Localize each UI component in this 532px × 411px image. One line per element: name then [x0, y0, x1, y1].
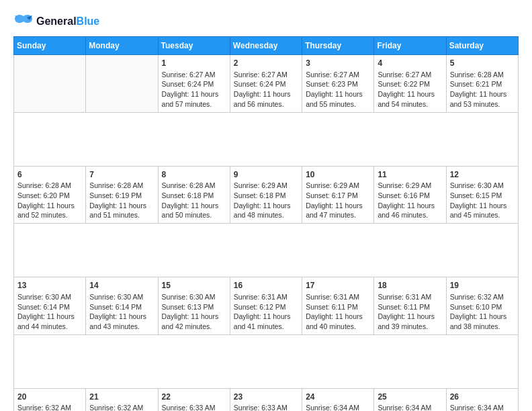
day-info-line: Daylight: 11 hours and 39 minutes.: [378, 312, 435, 330]
day-info-line: Daylight: 11 hours and 41 minutes.: [234, 312, 291, 330]
day-info-line: Sunrise: 6:27 AM: [378, 71, 431, 79]
calendar-cell: [86, 55, 158, 113]
day-info-line: Sunset: 6:20 PM: [17, 191, 70, 199]
day-info-line: Daylight: 11 hours and 57 minutes.: [162, 90, 219, 108]
calendar-cell: 9Sunrise: 6:29 AMSunset: 6:18 PMDaylight…: [230, 166, 302, 224]
day-info-line: Sunset: 6:15 PM: [450, 191, 502, 199]
day-info-line: Daylight: 11 hours and 48 minutes.: [234, 201, 291, 220]
calendar-cell: 26Sunrise: 6:34 AMSunset: 6:05 PMDayligh…: [446, 388, 518, 411]
logo-text: GeneralBlue: [36, 15, 99, 28]
logo-icon: [13, 13, 34, 30]
day-number: 23: [234, 392, 298, 403]
day-info-line: Sunrise: 6:29 AM: [234, 181, 287, 189]
day-number: 9: [234, 169, 298, 181]
calendar-week-4: 20Sunrise: 6:32 AMSunset: 6:09 PMDayligh…: [14, 388, 519, 411]
calendar-cell: 1Sunrise: 6:27 AMSunset: 6:24 PMDaylight…: [158, 55, 230, 113]
day-info-line: Daylight: 11 hours and 40 minutes.: [306, 312, 363, 330]
day-info-line: Sunrise: 6:28 AM: [89, 181, 143, 189]
day-info-line: Sunset: 6:11 PM: [306, 303, 358, 311]
day-info-line: Sunrise: 6:33 AM: [234, 404, 287, 411]
page-header: GeneralBlue: [13, 13, 519, 30]
day-info-line: Sunset: 6:19 PM: [89, 191, 142, 199]
day-info-line: Sunset: 6:14 PM: [17, 303, 70, 311]
day-info-line: Sunset: 6:24 PM: [234, 80, 286, 88]
day-info-line: Sunrise: 6:27 AM: [234, 71, 287, 79]
day-info-line: Sunrise: 6:31 AM: [234, 293, 287, 301]
day-header-saturday: Saturday: [446, 37, 518, 55]
day-number: 3: [306, 58, 370, 69]
day-number: 17: [306, 280, 370, 291]
day-header-tuesday: Tuesday: [158, 37, 230, 55]
day-info-line: Sunrise: 6:30 AM: [162, 293, 216, 301]
logo: GeneralBlue: [13, 13, 99, 30]
day-number: 24: [306, 392, 370, 403]
day-info-line: Daylight: 11 hours and 46 minutes.: [378, 201, 435, 220]
day-info-line: Sunrise: 6:33 AM: [162, 404, 216, 411]
day-info-line: Sunset: 6:10 PM: [450, 303, 502, 311]
week-separator: [14, 112, 519, 166]
calendar-cell: 10Sunrise: 6:29 AMSunset: 6:17 PMDayligh…: [302, 166, 374, 224]
day-number: 15: [162, 280, 226, 291]
calendar-cell: 11Sunrise: 6:29 AMSunset: 6:16 PMDayligh…: [374, 166, 446, 224]
day-info-line: Sunset: 6:24 PM: [162, 80, 214, 88]
day-info-line: Daylight: 11 hours and 51 minutes.: [89, 201, 146, 220]
day-info-line: Sunrise: 6:34 AM: [378, 404, 431, 411]
day-info-line: Daylight: 11 hours and 56 minutes.: [234, 90, 291, 108]
day-info-line: Daylight: 11 hours and 45 minutes.: [450, 201, 507, 220]
day-info-line: Sunset: 6:18 PM: [162, 191, 214, 199]
day-info-line: Sunrise: 6:28 AM: [450, 71, 504, 79]
day-info-line: Daylight: 11 hours and 50 minutes.: [162, 201, 219, 220]
calendar-cell: 3Sunrise: 6:27 AMSunset: 6:23 PMDaylight…: [302, 55, 374, 113]
day-info-line: Sunrise: 6:28 AM: [162, 181, 216, 189]
calendar-cell: 20Sunrise: 6:32 AMSunset: 6:09 PMDayligh…: [14, 388, 86, 411]
calendar-cell: 4Sunrise: 6:27 AMSunset: 6:22 PMDaylight…: [374, 55, 446, 113]
calendar-cell: 18Sunrise: 6:31 AMSunset: 6:11 PMDayligh…: [374, 277, 446, 335]
calendar-cell: 15Sunrise: 6:30 AMSunset: 6:13 PMDayligh…: [158, 277, 230, 335]
week-separator: [14, 334, 519, 388]
day-number: 21: [89, 392, 154, 403]
day-info-line: Sunset: 6:14 PM: [89, 303, 142, 311]
calendar-cell: 14Sunrise: 6:30 AMSunset: 6:14 PMDayligh…: [86, 277, 158, 335]
day-info-line: Sunset: 6:18 PM: [234, 191, 286, 199]
calendar-cell: 2Sunrise: 6:27 AMSunset: 6:24 PMDaylight…: [230, 55, 302, 113]
day-info-line: Sunset: 6:21 PM: [450, 80, 502, 88]
day-header-thursday: Thursday: [302, 37, 374, 55]
day-number: 13: [17, 280, 82, 291]
day-info-line: Sunrise: 6:32 AM: [17, 404, 71, 411]
calendar-cell: 12Sunrise: 6:30 AMSunset: 6:15 PMDayligh…: [446, 166, 518, 224]
calendar-cell: 5Sunrise: 6:28 AMSunset: 6:21 PMDaylight…: [446, 55, 518, 113]
day-info-line: Sunrise: 6:28 AM: [17, 181, 71, 189]
day-info-line: Daylight: 11 hours and 53 minutes.: [450, 90, 507, 108]
day-header-friday: Friday: [374, 37, 446, 55]
day-info-line: Daylight: 11 hours and 47 minutes.: [306, 201, 363, 220]
day-number: 19: [450, 280, 515, 291]
day-info-line: Sunrise: 6:34 AM: [306, 404, 359, 411]
calendar-cell: 21Sunrise: 6:32 AMSunset: 6:09 PMDayligh…: [86, 388, 158, 411]
day-info-line: Daylight: 11 hours and 52 minutes.: [17, 201, 75, 220]
day-info-line: Sunrise: 6:32 AM: [89, 404, 143, 411]
day-number: 11: [378, 169, 442, 181]
day-number: 4: [378, 58, 442, 69]
day-info-line: Sunrise: 6:32 AM: [450, 293, 504, 301]
day-info-line: Sunrise: 6:29 AM: [306, 181, 359, 189]
day-number: 6: [17, 169, 82, 181]
calendar-cell: 8Sunrise: 6:28 AMSunset: 6:18 PMDaylight…: [158, 166, 230, 224]
calendar-cell: 17Sunrise: 6:31 AMSunset: 6:11 PMDayligh…: [302, 277, 374, 335]
day-info-line: Sunrise: 6:30 AM: [17, 293, 71, 301]
day-info-line: Sunset: 6:17 PM: [306, 191, 358, 199]
day-info-line: Sunrise: 6:34 AM: [450, 404, 504, 411]
calendar-cell: 25Sunrise: 6:34 AMSunset: 6:06 PMDayligh…: [374, 388, 446, 411]
day-info-line: Sunset: 6:16 PM: [378, 191, 430, 199]
calendar-cell: [14, 55, 86, 113]
day-info-line: Sunrise: 6:30 AM: [89, 293, 143, 301]
day-info-line: Sunset: 6:12 PM: [234, 303, 286, 311]
day-info-line: Sunrise: 6:30 AM: [450, 181, 504, 189]
calendar-week-3: 13Sunrise: 6:30 AMSunset: 6:14 PMDayligh…: [14, 277, 519, 335]
day-info-line: Sunset: 6:22 PM: [378, 80, 430, 88]
day-number: 2: [234, 58, 298, 69]
calendar-cell: 6Sunrise: 6:28 AMSunset: 6:20 PMDaylight…: [14, 166, 86, 224]
day-info-line: Sunset: 6:13 PM: [162, 303, 214, 311]
calendar-cell: 23Sunrise: 6:33 AMSunset: 6:07 PMDayligh…: [230, 388, 302, 411]
day-number: 10: [306, 169, 370, 181]
day-info-line: Sunrise: 6:31 AM: [378, 293, 431, 301]
